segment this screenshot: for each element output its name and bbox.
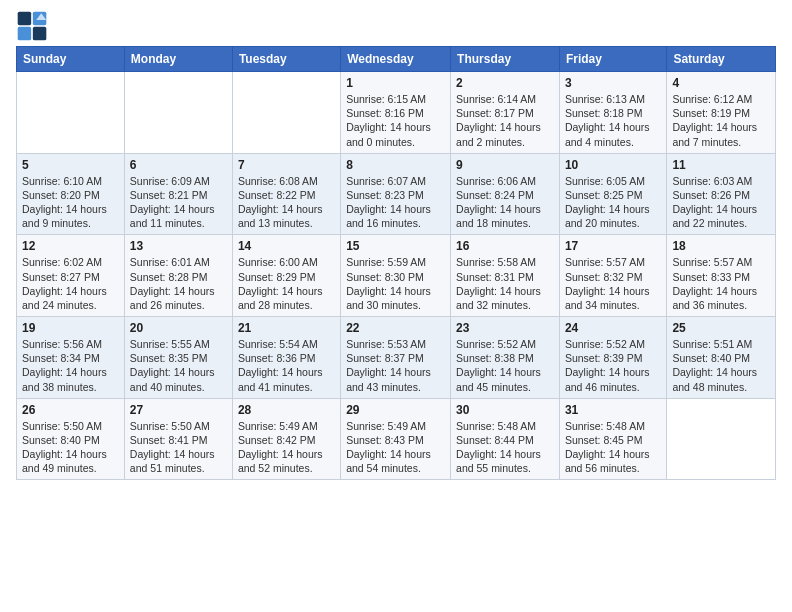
day-detail: Sunrise: 6:02 AMSunset: 8:27 PMDaylight:… bbox=[22, 255, 119, 312]
calendar-cell: 23Sunrise: 5:52 AMSunset: 8:38 PMDayligh… bbox=[451, 317, 560, 399]
day-detail: Sunrise: 5:52 AMSunset: 8:38 PMDaylight:… bbox=[456, 337, 554, 394]
day-number: 18 bbox=[672, 239, 770, 253]
svg-rect-2 bbox=[18, 27, 31, 40]
calendar-cell bbox=[232, 72, 340, 154]
calendar-cell: 13Sunrise: 6:01 AMSunset: 8:28 PMDayligh… bbox=[124, 235, 232, 317]
weekday-header-friday: Friday bbox=[559, 47, 666, 72]
day-detail: Sunrise: 6:01 AMSunset: 8:28 PMDaylight:… bbox=[130, 255, 227, 312]
day-number: 5 bbox=[22, 158, 119, 172]
week-row-5: 26Sunrise: 5:50 AMSunset: 8:40 PMDayligh… bbox=[17, 398, 776, 480]
day-number: 2 bbox=[456, 76, 554, 90]
day-detail: Sunrise: 5:57 AMSunset: 8:33 PMDaylight:… bbox=[672, 255, 770, 312]
day-number: 28 bbox=[238, 403, 335, 417]
calendar-cell: 24Sunrise: 5:52 AMSunset: 8:39 PMDayligh… bbox=[559, 317, 666, 399]
calendar-cell: 29Sunrise: 5:49 AMSunset: 8:43 PMDayligh… bbox=[341, 398, 451, 480]
day-detail: Sunrise: 5:48 AMSunset: 8:44 PMDaylight:… bbox=[456, 419, 554, 476]
calendar-cell: 1Sunrise: 6:15 AMSunset: 8:16 PMDaylight… bbox=[341, 72, 451, 154]
calendar-cell: 2Sunrise: 6:14 AMSunset: 8:17 PMDaylight… bbox=[451, 72, 560, 154]
day-number: 13 bbox=[130, 239, 227, 253]
week-row-1: 1Sunrise: 6:15 AMSunset: 8:16 PMDaylight… bbox=[17, 72, 776, 154]
day-detail: Sunrise: 6:09 AMSunset: 8:21 PMDaylight:… bbox=[130, 174, 227, 231]
calendar-cell: 19Sunrise: 5:56 AMSunset: 8:34 PMDayligh… bbox=[17, 317, 125, 399]
day-number: 23 bbox=[456, 321, 554, 335]
day-number: 27 bbox=[130, 403, 227, 417]
day-number: 1 bbox=[346, 76, 445, 90]
day-number: 7 bbox=[238, 158, 335, 172]
day-number: 12 bbox=[22, 239, 119, 253]
calendar-cell: 14Sunrise: 6:00 AMSunset: 8:29 PMDayligh… bbox=[232, 235, 340, 317]
day-number: 25 bbox=[672, 321, 770, 335]
day-number: 20 bbox=[130, 321, 227, 335]
day-detail: Sunrise: 6:12 AMSunset: 8:19 PMDaylight:… bbox=[672, 92, 770, 149]
day-detail: Sunrise: 5:54 AMSunset: 8:36 PMDaylight:… bbox=[238, 337, 335, 394]
day-number: 31 bbox=[565, 403, 661, 417]
day-number: 22 bbox=[346, 321, 445, 335]
calendar-cell: 15Sunrise: 5:59 AMSunset: 8:30 PMDayligh… bbox=[341, 235, 451, 317]
day-number: 3 bbox=[565, 76, 661, 90]
day-detail: Sunrise: 6:10 AMSunset: 8:20 PMDaylight:… bbox=[22, 174, 119, 231]
day-detail: Sunrise: 5:58 AMSunset: 8:31 PMDaylight:… bbox=[456, 255, 554, 312]
day-detail: Sunrise: 6:13 AMSunset: 8:18 PMDaylight:… bbox=[565, 92, 661, 149]
calendar-cell: 28Sunrise: 5:49 AMSunset: 8:42 PMDayligh… bbox=[232, 398, 340, 480]
day-number: 19 bbox=[22, 321, 119, 335]
calendar-cell: 27Sunrise: 5:50 AMSunset: 8:41 PMDayligh… bbox=[124, 398, 232, 480]
day-detail: Sunrise: 6:05 AMSunset: 8:25 PMDaylight:… bbox=[565, 174, 661, 231]
calendar-cell bbox=[17, 72, 125, 154]
day-detail: Sunrise: 5:52 AMSunset: 8:39 PMDaylight:… bbox=[565, 337, 661, 394]
day-detail: Sunrise: 5:49 AMSunset: 8:43 PMDaylight:… bbox=[346, 419, 445, 476]
svg-rect-3 bbox=[33, 27, 46, 40]
calendar-table: SundayMondayTuesdayWednesdayThursdayFrid… bbox=[16, 46, 776, 480]
day-detail: Sunrise: 5:57 AMSunset: 8:32 PMDaylight:… bbox=[565, 255, 661, 312]
day-detail: Sunrise: 5:48 AMSunset: 8:45 PMDaylight:… bbox=[565, 419, 661, 476]
day-detail: Sunrise: 6:14 AMSunset: 8:17 PMDaylight:… bbox=[456, 92, 554, 149]
calendar-cell: 11Sunrise: 6:03 AMSunset: 8:26 PMDayligh… bbox=[667, 153, 776, 235]
day-number: 17 bbox=[565, 239, 661, 253]
logo-icon bbox=[16, 10, 48, 42]
calendar-cell: 21Sunrise: 5:54 AMSunset: 8:36 PMDayligh… bbox=[232, 317, 340, 399]
calendar-cell: 4Sunrise: 6:12 AMSunset: 8:19 PMDaylight… bbox=[667, 72, 776, 154]
calendar-cell: 3Sunrise: 6:13 AMSunset: 8:18 PMDaylight… bbox=[559, 72, 666, 154]
calendar-cell: 6Sunrise: 6:09 AMSunset: 8:21 PMDaylight… bbox=[124, 153, 232, 235]
calendar-cell: 25Sunrise: 5:51 AMSunset: 8:40 PMDayligh… bbox=[667, 317, 776, 399]
calendar-cell bbox=[667, 398, 776, 480]
calendar-cell: 26Sunrise: 5:50 AMSunset: 8:40 PMDayligh… bbox=[17, 398, 125, 480]
weekday-header-row: SundayMondayTuesdayWednesdayThursdayFrid… bbox=[17, 47, 776, 72]
calendar-cell: 22Sunrise: 5:53 AMSunset: 8:37 PMDayligh… bbox=[341, 317, 451, 399]
calendar-cell: 10Sunrise: 6:05 AMSunset: 8:25 PMDayligh… bbox=[559, 153, 666, 235]
logo bbox=[16, 10, 52, 42]
day-number: 8 bbox=[346, 158, 445, 172]
week-row-3: 12Sunrise: 6:02 AMSunset: 8:27 PMDayligh… bbox=[17, 235, 776, 317]
day-detail: Sunrise: 6:00 AMSunset: 8:29 PMDaylight:… bbox=[238, 255, 335, 312]
weekday-header-thursday: Thursday bbox=[451, 47, 560, 72]
day-number: 6 bbox=[130, 158, 227, 172]
day-detail: Sunrise: 6:03 AMSunset: 8:26 PMDaylight:… bbox=[672, 174, 770, 231]
day-number: 11 bbox=[672, 158, 770, 172]
day-detail: Sunrise: 5:50 AMSunset: 8:40 PMDaylight:… bbox=[22, 419, 119, 476]
day-number: 14 bbox=[238, 239, 335, 253]
day-detail: Sunrise: 5:55 AMSunset: 8:35 PMDaylight:… bbox=[130, 337, 227, 394]
day-detail: Sunrise: 5:49 AMSunset: 8:42 PMDaylight:… bbox=[238, 419, 335, 476]
week-row-4: 19Sunrise: 5:56 AMSunset: 8:34 PMDayligh… bbox=[17, 317, 776, 399]
page: SundayMondayTuesdayWednesdayThursdayFrid… bbox=[0, 0, 792, 490]
day-detail: Sunrise: 5:53 AMSunset: 8:37 PMDaylight:… bbox=[346, 337, 445, 394]
day-detail: Sunrise: 6:08 AMSunset: 8:22 PMDaylight:… bbox=[238, 174, 335, 231]
day-detail: Sunrise: 6:06 AMSunset: 8:24 PMDaylight:… bbox=[456, 174, 554, 231]
calendar-cell: 31Sunrise: 5:48 AMSunset: 8:45 PMDayligh… bbox=[559, 398, 666, 480]
day-number: 10 bbox=[565, 158, 661, 172]
weekday-header-sunday: Sunday bbox=[17, 47, 125, 72]
day-number: 21 bbox=[238, 321, 335, 335]
weekday-header-tuesday: Tuesday bbox=[232, 47, 340, 72]
day-number: 4 bbox=[672, 76, 770, 90]
calendar-cell: 9Sunrise: 6:06 AMSunset: 8:24 PMDaylight… bbox=[451, 153, 560, 235]
calendar-cell: 20Sunrise: 5:55 AMSunset: 8:35 PMDayligh… bbox=[124, 317, 232, 399]
calendar-cell: 16Sunrise: 5:58 AMSunset: 8:31 PMDayligh… bbox=[451, 235, 560, 317]
svg-rect-0 bbox=[18, 12, 31, 25]
header bbox=[16, 10, 776, 42]
day-detail: Sunrise: 5:51 AMSunset: 8:40 PMDaylight:… bbox=[672, 337, 770, 394]
calendar-cell: 12Sunrise: 6:02 AMSunset: 8:27 PMDayligh… bbox=[17, 235, 125, 317]
day-detail: Sunrise: 5:50 AMSunset: 8:41 PMDaylight:… bbox=[130, 419, 227, 476]
weekday-header-monday: Monday bbox=[124, 47, 232, 72]
day-number: 16 bbox=[456, 239, 554, 253]
day-number: 29 bbox=[346, 403, 445, 417]
day-number: 15 bbox=[346, 239, 445, 253]
